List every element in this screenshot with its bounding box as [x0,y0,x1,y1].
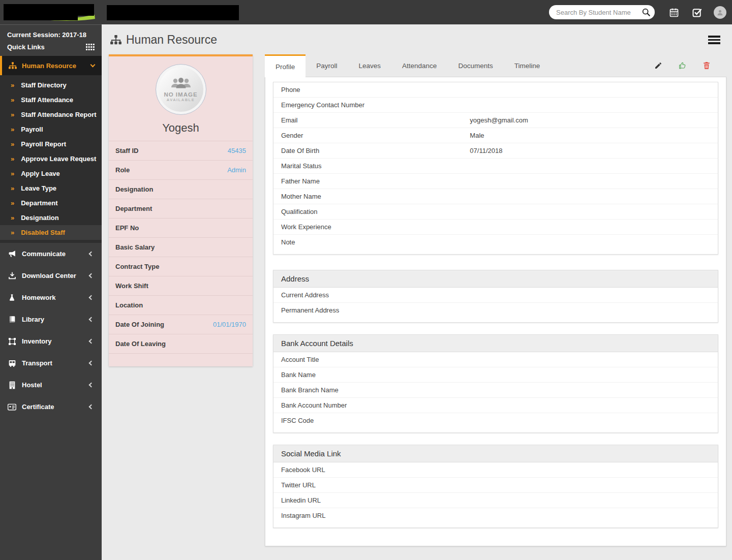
grid-icon[interactable] [86,44,95,50]
redacted-school-name [107,5,239,20]
pencil-icon[interactable] [654,61,662,70]
tab-documents[interactable]: Documents [447,54,503,77]
sidebar-item-disabled-staff[interactable]: Disabled Staff [0,225,102,240]
subitem-label: Designation [21,214,58,222]
module-label: Transport [22,359,89,367]
bank-row-account-number: Bank Account Number [273,398,718,413]
social-row-facebook: Facebook URL [273,462,718,478]
tab-attendance[interactable]: Attendance [391,54,447,77]
download-icon [8,271,16,280]
tabs-row: Profile Payroll Leaves Attendance Docume… [265,54,726,77]
subitem-label: Staff Directory [21,81,67,89]
thumbs-up-icon[interactable] [679,61,687,70]
profile-row-work-experience: Work Experience [273,220,718,235]
chevron-left-icon [89,273,94,278]
profile-row-phone: Phone [273,82,718,98]
user-avatar[interactable] [714,6,726,19]
sidebar-item-payroll[interactable]: Payroll [0,122,102,137]
sidebar-item-inventory[interactable]: Inventory [0,330,102,352]
profile-row-date-of-birth: Date Of Birth07/11/2018 [273,143,718,159]
bank-row-ifsc-code: IFSC Code [273,413,718,428]
subitem-label: Staff Attendance Report [21,111,96,118]
sidebar-item-certificate[interactable]: Certificate [0,396,102,418]
sidebar-item-communicate[interactable]: Communicate [0,243,102,265]
sidebar-item-payroll-report[interactable]: Payroll Report [0,137,102,151]
search-input[interactable] [556,9,642,16]
human-resource-submenu: Staff Directory Staff Attendance Staff A… [0,75,102,243]
module-label: Homework [22,294,89,301]
sidebar-item-download-center[interactable]: Download Center [0,265,102,287]
sidebar-item-hostel[interactable]: Hostel [0,374,102,396]
module-label: Hostel [22,381,89,389]
sidebar-item-apply-leave[interactable]: Apply Leave [0,166,102,181]
calendar-icon[interactable] [669,8,679,18]
card-field-basic-salary: Basic Salary [109,237,253,257]
subitem-label: Apply Leave [21,170,60,177]
subitem-label: Payroll Report [21,140,66,148]
sidebar-item-label: Human Resource [22,62,91,70]
trash-icon[interactable] [703,61,711,70]
staff-photo-placeholder: NO IMAGE AVAILABLE [156,64,206,115]
no-image-subtext: AVAILABLE [167,98,195,102]
sidebar-item-human-resource[interactable]: Human Resource [0,56,102,75]
people-icon [170,77,192,90]
sidebar-item-homework[interactable]: Homework [0,287,102,308]
double-angle-icon [11,140,14,148]
profile-row-emergency-contact: Emergency Contact Number [273,98,718,113]
current-session-label: Current Session: 2017-18 [7,31,95,39]
sidebar-item-staff-directory[interactable]: Staff Directory [0,78,102,92]
double-angle-icon [11,155,14,163]
book-icon [8,315,16,324]
profile-row-gender: GenderMale [273,128,718,143]
profile-row-qualification: Qualification [273,204,718,220]
hamburger-icon[interactable] [708,36,720,46]
double-angle-icon [11,96,14,104]
bank-section: Bank Account Details Account Title Bank … [273,334,718,433]
double-angle-icon [11,199,14,207]
subitem-label: Leave Type [21,184,56,192]
profile-panel: Phone Emergency Contact Number Emailyoge… [265,77,726,546]
card-field-contract-type: Contract Type [109,257,253,276]
bank-row-branch-name: Bank Branch Name [273,383,718,398]
double-angle-icon [11,170,14,177]
bank-row-account-title: Account Title [273,352,718,367]
address-section: Address Current Address Permanent Addres… [273,270,718,323]
sidebar-item-staff-attendance-report[interactable]: Staff Attendance Report [0,107,102,122]
module-label: Library [22,316,89,323]
card-field-epf-no: EPF No [109,218,253,237]
module-label: Certificate [22,403,89,411]
sidebar-item-transport[interactable]: Transport [0,352,102,374]
staff-detail-zone: Profile Payroll Leaves Attendance Docume… [265,54,726,546]
module-label: Inventory [22,337,89,345]
sidebar-item-staff-attendance[interactable]: Staff Attendance [0,92,102,107]
profile-row-note: Note [273,235,718,250]
page-title: Human Resource [110,33,217,47]
double-angle-icon [11,229,14,236]
check-square-icon[interactable] [692,8,702,18]
card-field-staff-id: Staff ID45435 [109,141,253,160]
id-card-icon [8,402,16,411]
sidebar-item-library[interactable]: Library [0,308,102,330]
chevron-left-icon [89,317,94,322]
card-field-work-shift: Work Shift [109,276,253,295]
quick-links-label: Quick Links [7,43,86,51]
search-icon[interactable] [642,8,651,17]
quick-links[interactable]: Quick Links [7,43,95,51]
sidebar-item-department[interactable]: Department [0,196,102,210]
section-title-bank: Bank Account Details [273,335,718,352]
tab-profile[interactable]: Profile [265,54,306,77]
sidebar-item-designation[interactable]: Designation [0,210,102,225]
profile-row-marital-status: Marital Status [273,159,718,174]
profile-row-mother-name: Mother Name [273,189,718,204]
card-field-role: RoleAdmin [109,160,253,179]
subitem-label: Approve Leave Request [21,155,96,163]
tab-leaves[interactable]: Leaves [348,54,392,77]
card-field-date-of-joining: Date Of Joining01/01/1970 [109,315,253,334]
tab-timeline[interactable]: Timeline [504,54,551,77]
tab-payroll[interactable]: Payroll [306,54,348,77]
sidebar-item-approve-leave-request[interactable]: Approve Leave Request [0,151,102,166]
module-label: Download Center [22,272,89,279]
social-row-linkedin: Linkedin URL [273,493,718,508]
sidebar-item-leave-type[interactable]: Leave Type [0,181,102,196]
double-angle-icon [11,81,14,89]
